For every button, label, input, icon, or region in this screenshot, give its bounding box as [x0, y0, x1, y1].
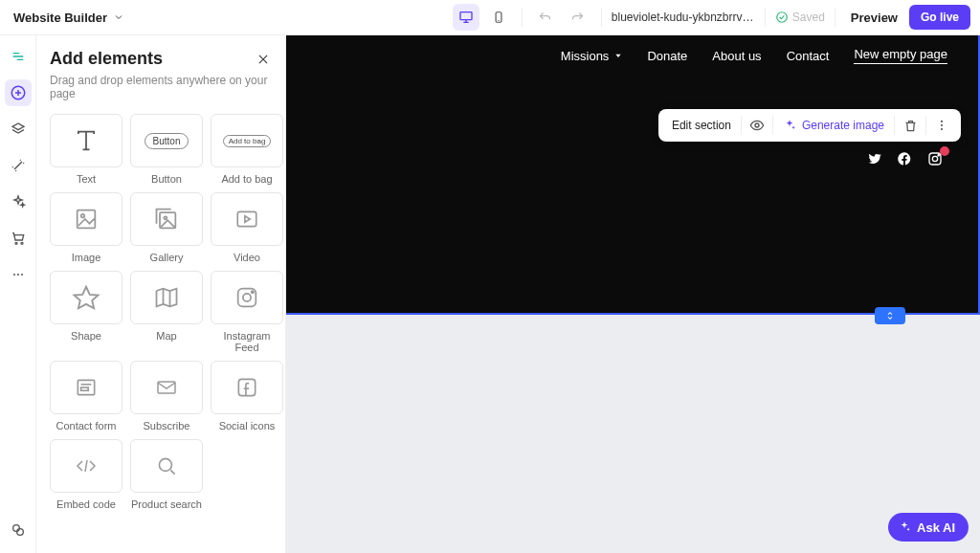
rail-logo[interactable] — [5, 43, 32, 70]
svg-point-32 — [252, 291, 254, 293]
trash-icon — [903, 119, 918, 133]
desktop-icon — [458, 10, 474, 25]
svg-point-5 — [777, 12, 788, 23]
sparkles-icon — [11, 194, 26, 210]
element-instagram-feed[interactable] — [211, 271, 283, 324]
rail-store[interactable] — [5, 225, 32, 252]
nav-label: Donate — [647, 49, 687, 63]
element-add-to-bag[interactable]: Add to bag — [211, 114, 283, 167]
rail-add-elements[interactable] — [5, 79, 32, 106]
element-text[interactable] — [50, 114, 122, 167]
chevron-down-icon — [113, 11, 124, 23]
section-resize-handle[interactable] — [875, 307, 905, 324]
element-social-icons[interactable] — [211, 361, 283, 414]
social-instagram[interactable] — [926, 150, 944, 167]
mobile-view-button[interactable] — [485, 4, 512, 31]
element-label: Contact form — [56, 420, 117, 431]
site-id[interactable]: blueviolet-kudu-ykbnzbrrv4s... — [612, 11, 755, 24]
element-subscribe[interactable] — [130, 361, 203, 414]
element-video[interactable] — [211, 192, 283, 246]
element-label: Add to bag — [221, 173, 272, 185]
svg-point-22 — [81, 214, 85, 218]
svg-point-45 — [941, 124, 943, 126]
generate-image-button[interactable]: Generate image — [775, 119, 892, 132]
rail-help[interactable] — [5, 517, 32, 543]
panel-title: Add elements — [50, 49, 163, 69]
social-facebook[interactable] — [896, 150, 913, 167]
redo-button[interactable] — [565, 4, 591, 31]
video-icon — [233, 207, 261, 232]
element-map[interactable] — [130, 271, 203, 324]
close-panel-button[interactable] — [253, 49, 274, 70]
nav-item-new-empty-page[interactable]: New empty page — [854, 47, 947, 64]
edit-section-button[interactable]: Edit section — [664, 119, 739, 132]
svg-point-11 — [21, 242, 23, 244]
element-button[interactable]: Button — [130, 114, 203, 167]
element-label: Button — [151, 173, 182, 185]
visibility-button[interactable] — [744, 112, 770, 139]
svg-rect-36 — [158, 382, 175, 393]
rail-more[interactable] — [5, 261, 32, 288]
element-label: Gallery — [150, 252, 184, 263]
rail-layers[interactable] — [5, 116, 32, 143]
preview-button[interactable]: Preview — [845, 11, 903, 25]
go-live-button[interactable]: Go live — [909, 5, 970, 30]
close-icon — [256, 53, 270, 66]
section-more-button[interactable] — [928, 112, 955, 139]
separator — [772, 116, 773, 135]
canvas[interactable]: Missions Donate About us Contact New emp… — [286, 35, 980, 553]
panel-subtitle: Drag and drop elements anywhere on your … — [50, 74, 274, 100]
element-label: Embed code — [56, 498, 116, 510]
undo-button[interactable] — [532, 4, 559, 31]
image-icon — [73, 206, 100, 232]
map-icon — [152, 284, 181, 311]
ask-ai-label: Ask AI — [917, 520, 955, 535]
element-gallery[interactable] — [130, 192, 203, 246]
social-twitter[interactable] — [865, 150, 882, 167]
nav-item-missions[interactable]: Missions — [561, 49, 623, 63]
rail-ai[interactable] — [5, 188, 32, 215]
plus-circle-icon — [10, 84, 27, 101]
addtobag-pill: Add to bag — [223, 135, 272, 147]
form-icon — [72, 375, 100, 400]
instagram-icon — [234, 284, 260, 311]
delete-section-button[interactable] — [897, 112, 924, 139]
svg-rect-35 — [81, 387, 89, 390]
element-product-search[interactable] — [130, 439, 203, 493]
svg-line-39 — [85, 460, 87, 472]
element-label: Instagram Feed — [211, 330, 283, 353]
svg-marker-27 — [75, 287, 99, 309]
generate-label: Generate image — [802, 119, 884, 132]
element-label: Product search — [131, 498, 202, 510]
svg-point-13 — [17, 274, 19, 276]
element-image[interactable] — [50, 192, 122, 246]
element-label: Image — [72, 252, 101, 263]
element-label: Map — [156, 330, 176, 342]
svg-line-41 — [170, 470, 174, 474]
gallery-icon — [152, 206, 181, 232]
svg-marker-42 — [616, 55, 621, 57]
ask-ai-button[interactable]: Ask AI — [888, 513, 969, 542]
app-switcher[interactable]: Website Builder — [10, 11, 124, 25]
nav-item-contact[interactable]: Contact — [787, 49, 830, 63]
svg-rect-37 — [238, 379, 255, 395]
element-embed-code[interactable] — [50, 439, 122, 493]
search-icon — [154, 453, 179, 478]
selected-section[interactable]: Missions Donate About us Contact New emp… — [286, 35, 980, 315]
separator — [741, 116, 742, 135]
svg-marker-26 — [245, 216, 250, 223]
nav-item-donate[interactable]: Donate — [647, 49, 687, 63]
desktop-view-button[interactable] — [453, 4, 479, 31]
rail-styles[interactable] — [5, 152, 32, 179]
svg-point-12 — [13, 274, 15, 276]
svg-rect-0 — [460, 12, 472, 20]
wand-icon — [11, 158, 26, 173]
svg-rect-25 — [237, 211, 256, 226]
element-label: Subscribe — [144, 420, 190, 431]
nav-item-about[interactable]: About us — [712, 49, 761, 63]
eye-icon — [749, 118, 765, 133]
saved-label: Saved — [792, 11, 825, 24]
svg-point-16 — [16, 529, 23, 536]
element-contact-form[interactable] — [50, 361, 122, 414]
element-shape[interactable] — [50, 271, 122, 324]
